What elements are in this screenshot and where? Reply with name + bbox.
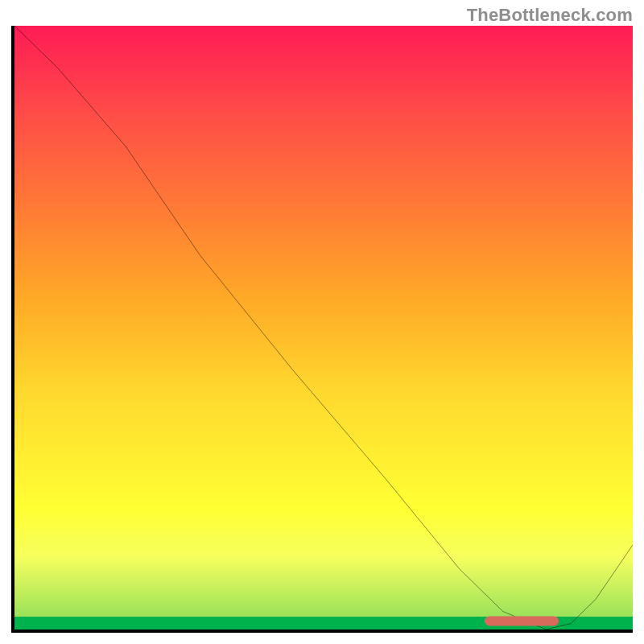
plot-area [11,26,633,633]
plot-inner [14,26,633,630]
curve-layer [14,26,633,630]
optimal-marker [485,617,559,626]
watermark-text: TheBottleneck.com [467,5,633,26]
chart-container: TheBottleneck.com [0,0,644,644]
bottleneck-curve-path [14,26,633,630]
